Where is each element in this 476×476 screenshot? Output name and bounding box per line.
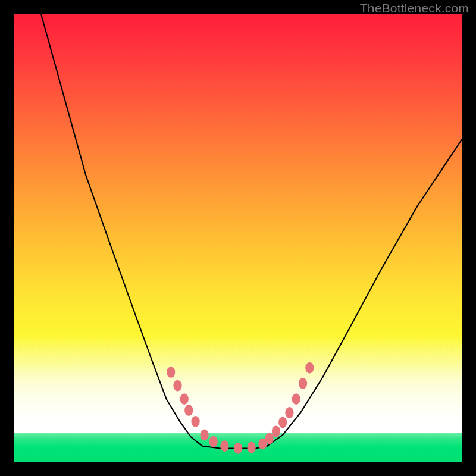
marker-point xyxy=(200,429,208,440)
marker-point xyxy=(292,393,300,405)
marker-point xyxy=(191,416,199,427)
marker-point xyxy=(220,440,228,452)
curve-path-group xyxy=(41,14,462,448)
plot-area xyxy=(14,14,462,462)
marker-point xyxy=(184,405,193,416)
marker-point xyxy=(278,416,287,428)
marker-point xyxy=(247,442,255,453)
marker-point xyxy=(265,433,273,444)
marker-point xyxy=(209,436,217,447)
marker-point xyxy=(173,380,181,392)
marker-point xyxy=(305,362,314,374)
marker-group xyxy=(167,362,314,454)
marker-point xyxy=(285,407,293,418)
watermark-text: TheBottleneck.com xyxy=(360,1,469,15)
marker-point xyxy=(299,378,307,389)
curve-svg xyxy=(14,14,462,462)
marker-point xyxy=(167,367,175,378)
marker-point xyxy=(234,443,242,454)
chart-frame: TheBottleneck.com xyxy=(0,0,476,476)
marker-point xyxy=(272,425,280,437)
marker-point xyxy=(180,393,189,405)
